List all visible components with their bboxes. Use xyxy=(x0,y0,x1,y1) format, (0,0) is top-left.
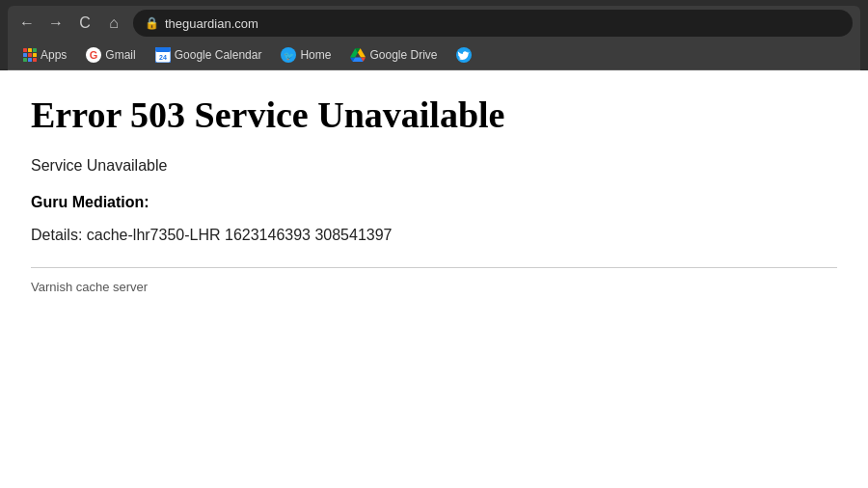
details-value: cache-lhr7350-LHR 1623146393 308541397 xyxy=(87,227,393,243)
bookmarks-bar: Apps G Gmail 24 Google Calendar 🐦 xyxy=(8,41,860,70)
page-divider xyxy=(31,267,837,268)
nav-bar: ← → C ⌂ 🔒 theguardian.com xyxy=(8,6,860,41)
bookmark-twitter2[interactable] xyxy=(448,44,479,66)
page-content: Error 503 Service Unavailable Service Un… xyxy=(0,70,868,481)
address-bar[interactable]: 🔒 theguardian.com xyxy=(133,10,853,37)
twitter-home-icon: 🐦 xyxy=(281,47,296,63)
svg-text:24: 24 xyxy=(159,54,167,61)
calendar-icon: 24 xyxy=(155,47,171,63)
back-button[interactable]: ← xyxy=(15,12,39,35)
details-text: Details: cache-lhr7350-LHR 1623146393 30… xyxy=(31,227,837,244)
error-title: Error 503 Service Unavailable xyxy=(31,94,837,138)
bookmark-calendar-label: Google Calendar xyxy=(175,48,262,62)
browser-chrome: ← → C ⌂ 🔒 theguardian.com Apps xyxy=(0,0,868,70)
svg-text:G: G xyxy=(90,49,98,61)
bookmark-home-label: Home xyxy=(300,48,331,62)
service-unavailable-text: Service Unavailable xyxy=(31,157,837,175)
reload-button[interactable]: C xyxy=(73,12,96,35)
bookmark-apps-label: Apps xyxy=(41,48,67,62)
nav-buttons: ← → C ⌂ xyxy=(15,12,125,35)
bookmark-drive[interactable]: Google Drive xyxy=(342,45,445,65)
bookmark-home[interactable]: 🐦 Home xyxy=(273,44,339,66)
twitter-icon-2 xyxy=(456,47,472,63)
forward-button[interactable]: → xyxy=(44,12,68,35)
gmail-icon: G xyxy=(86,47,101,63)
bookmark-calendar[interactable]: 24 Google Calendar xyxy=(148,44,270,66)
svg-rect-3 xyxy=(155,47,171,52)
apps-icon xyxy=(23,48,37,62)
drive-icon xyxy=(350,48,366,62)
url-text: theguardian.com xyxy=(165,16,258,31)
bookmark-gmail[interactable]: G Gmail xyxy=(78,44,143,66)
bookmark-drive-label: Google Drive xyxy=(369,48,437,62)
bookmark-apps[interactable]: Apps xyxy=(15,45,74,65)
lock-icon: 🔒 xyxy=(145,16,159,30)
details-label: Details: xyxy=(31,227,82,243)
home-button[interactable]: ⌂ xyxy=(102,12,125,35)
guru-heading: Guru Mediation: xyxy=(31,194,837,211)
svg-text:🐦: 🐦 xyxy=(284,50,295,62)
bookmark-gmail-label: Gmail xyxy=(105,48,135,62)
varnish-text: Varnish cache server xyxy=(31,280,837,294)
